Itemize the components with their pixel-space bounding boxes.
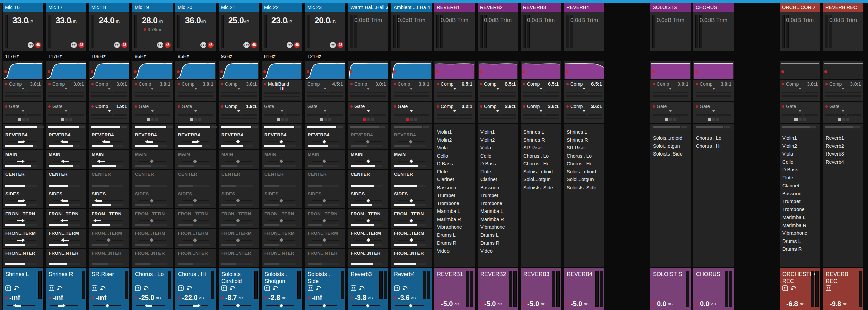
send-main[interactable]: MAIN [3,150,43,169]
gain-panel[interactable]: 0.0dB Trim [650,12,691,51]
slider-track[interactable] [480,118,516,119]
strip-header[interactable]: REVERB2 [478,3,518,12]
gain-panel[interactable]: 33.0dB48 [3,12,43,51]
pan-marker[interactable] [367,160,370,163]
strip-header[interactable]: Mic 16 [3,3,43,12]
slider-track[interactable] [5,92,25,93]
send-level[interactable] [221,165,256,167]
slider-track[interactable] [523,114,543,116]
pan-marker[interactable] [107,238,110,242]
list-item[interactable]: Soloists .Side [653,150,688,158]
track-card[interactable]: REVERB1-5.0dB [434,268,475,310]
strip-fader[interactable] [305,124,345,130]
list-item[interactable]: Chorus . Lo [696,134,731,142]
trim-value[interactable]: 0.0dB Trim [521,17,561,24]
processor-slot-gate[interactable]: Gate [348,102,388,123]
fader-level-bar[interactable] [91,126,120,128]
list-item[interactable]: Violin2 [782,142,817,150]
send-level[interactable] [178,145,213,147]
slider-track[interactable] [415,114,430,116]
routing-grid-icon[interactable] [221,285,227,292]
processor-slot-comp[interactable]: Comp3.6:1 [521,102,561,123]
processor-slot-comp[interactable]: Comp3.0:1 [3,80,43,101]
send-level[interactable] [394,204,429,206]
send-level[interactable] [178,185,213,187]
slider-track[interactable] [523,95,559,97]
phantom-48v-badge[interactable]: 48 [337,42,343,48]
eq-curve-display[interactable] [305,61,345,79]
trim-value[interactable]: 0.0dB Trim [693,17,734,24]
eq-curve-display[interactable] [391,61,432,79]
strip-header[interactable]: REVERB4 [564,3,604,12]
pan-marker[interactable] [366,140,369,143]
slider-track[interactable] [135,92,155,93]
dropdown-arrow-icon[interactable] [64,110,68,112]
strip-fader[interactable] [650,124,691,130]
send-reverb4[interactable]: REVERB4 [305,130,345,149]
list-item[interactable]: Bassoon [437,184,472,192]
send-main[interactable]: MAIN [175,150,216,169]
send-level[interactable] [5,244,40,246]
pan-marker[interactable] [409,140,412,143]
gain-panel[interactable]: 0.0dB Trim [478,12,518,51]
slider-track[interactable] [264,92,300,94]
processor-slot-comp[interactable]: Comp3.0:1 [175,80,216,101]
slider-track[interactable] [847,92,861,93]
send-level[interactable] [178,224,213,226]
send-level[interactable] [394,145,429,147]
list-item[interactable]: Chorus . Lo [567,152,602,160]
slider-track[interactable] [588,114,602,116]
dropdown-arrow-icon[interactable] [712,110,715,112]
send-pan-slider[interactable] [49,219,84,223]
processor-slot-comp[interactable]: Comp3.0:1 [391,80,432,101]
send-pan-slider[interactable] [92,238,127,242]
strip-fader[interactable] [3,124,43,130]
slider-row[interactable] [264,96,300,97]
send-pan-slider[interactable] [264,238,299,242]
send-fron-tern[interactable]: FRON...TERN [3,209,43,228]
send-level[interactable] [264,165,299,167]
slider-track[interactable] [264,96,300,97]
slider-track[interactable] [199,92,214,93]
list-item[interactable]: Viola [437,144,472,152]
gain-panel[interactable]: 0.0dB Trim [693,12,734,51]
pan-marker[interactable] [323,199,326,202]
slider-track[interactable] [804,92,818,93]
send-level[interactable] [394,185,429,187]
track-pan-slider[interactable] [179,304,212,308]
send-reverb4[interactable]: REVERB4 [46,130,86,149]
send-center[interactable]: CENTER [89,170,129,189]
slider-row[interactable] [437,92,472,93]
list-item[interactable]: Reverb2 [826,142,861,150]
send-level[interactable] [178,204,213,206]
slider-row[interactable] [480,92,516,93]
send-fron-term[interactable]: FRON...TERM [305,229,345,248]
slider-track[interactable] [545,92,559,93]
slider-track[interactable] [350,114,371,116]
list-item[interactable]: Flute [437,168,472,176]
list-item[interactable]: Drums L [480,231,515,239]
pan-marker[interactable] [323,140,326,143]
list-item[interactable]: Marimba R [782,222,817,230]
send-center[interactable]: CENTER [348,170,388,189]
eq-curve-display[interactable] [521,61,561,79]
gain-panel[interactable]: 0.0dB Trim [564,12,604,51]
track-card[interactable]: Chorus . Hi-22.0dB [175,268,216,310]
processor-slot-comp[interactable]: Comp3.0:1 [780,80,820,101]
send-level[interactable] [308,185,343,187]
send-level[interactable] [135,165,170,167]
send-pan-slider[interactable] [264,219,299,223]
slider-row[interactable] [825,95,861,97]
dropdown-arrow-icon[interactable] [453,110,456,112]
slider-row[interactable] [437,95,472,97]
send-pan-slider[interactable] [5,159,40,163]
send-pan-slider[interactable] [394,238,429,242]
slider-row[interactable] [394,95,429,97]
slider-track[interactable] [825,95,861,97]
routing-grid-icon[interactable] [782,285,788,292]
gain-panel[interactable]: 0.0dB Trim [780,12,820,51]
list-item[interactable]: Trombone [480,200,515,208]
pan-knob-icon[interactable] [99,285,106,292]
send-fron-nter[interactable]: FRON...NTER [175,249,216,267]
fader-level-bar[interactable] [178,126,210,128]
